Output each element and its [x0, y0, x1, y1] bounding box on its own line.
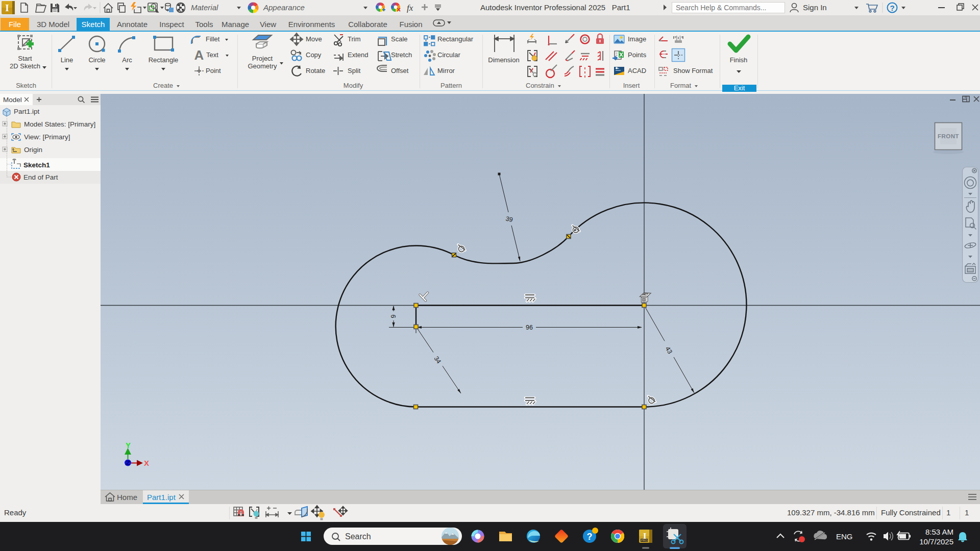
svg-text:Model: Model: [3, 96, 22, 104]
svg-text:96: 96: [526, 324, 533, 331]
svg-text:?: ?: [890, 4, 894, 12]
svg-text:?: ?: [587, 532, 593, 542]
svg-text:View: [Primary]: View: [Primary]: [24, 133, 70, 141]
svg-text:X: X: [144, 459, 149, 467]
svg-text:FRONT: FRONT: [938, 133, 959, 139]
svg-text:End of Part: End of Part: [23, 173, 58, 181]
svg-text:Part1.ipt: Part1.ipt: [14, 108, 40, 115]
svg-text:A: A: [194, 47, 204, 63]
svg-text:Model States: [Primary]: Model States: [Primary]: [24, 120, 95, 128]
svg-text:Search: Search: [345, 532, 371, 541]
svg-text:9: 9: [390, 314, 397, 318]
svg-text:{x}: {x}: [676, 35, 681, 40]
svg-text:I: I: [5, 3, 9, 13]
svg-text:8:53 AM: 8:53 AM: [925, 528, 953, 536]
svg-text:fx: fx: [407, 3, 413, 13]
svg-text:Origin: Origin: [24, 146, 42, 154]
svg-text:PRO: PRO: [641, 539, 648, 542]
svg-text:ENG: ENG: [836, 532, 853, 541]
svg-text:Y: Y: [126, 441, 131, 449]
svg-text:Sketch1: Sketch1: [23, 161, 50, 169]
svg-text:10/7/2025: 10/7/2025: [919, 537, 953, 546]
